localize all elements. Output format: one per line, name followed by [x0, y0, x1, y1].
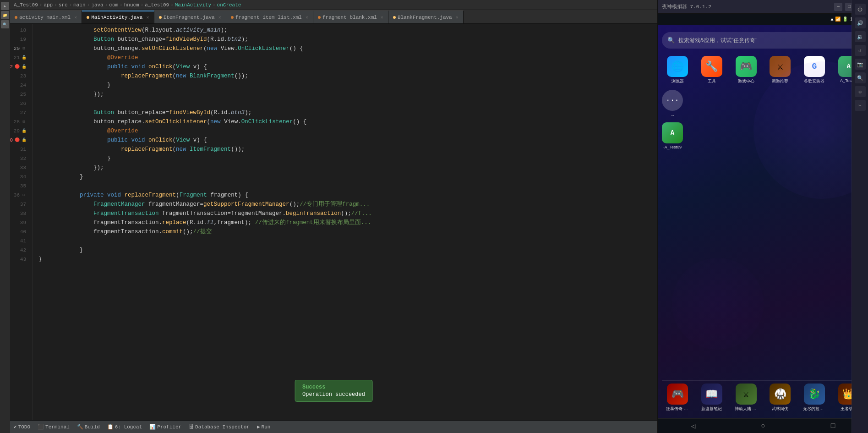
emulator-power-btn[interactable]: ⏻	[855, 14, 866, 15]
dock-app-5-icon: 🐉	[804, 384, 825, 405]
code-line-20: button_change.setOnClickListener(new Vie…	[38, 44, 657, 53]
app-tools-icon: 🔧	[701, 56, 722, 77]
emulator-settings-btn[interactable]: ⚙	[855, 86, 866, 97]
breadcrumb-class: MainActivity	[175, 2, 211, 8]
emulator-screenshot-btn[interactable]: 📷	[855, 59, 866, 70]
code-line-38: FragmentTransaction fragmentTransaction=…	[38, 209, 657, 218]
breadcrumb-text: A_Test09	[14, 2, 38, 8]
app-browser-icon: 🌐	[667, 56, 688, 77]
dock-app-3[interactable]: ⚔️ 神谕大陆·放...	[730, 384, 762, 412]
bottom-todo[interactable]: ✔ TODO	[14, 424, 30, 430]
dock-app-1-icon: 🎮	[667, 384, 688, 405]
android-home-btn[interactable]: ○	[761, 422, 765, 430]
tab-fragment-blank[interactable]: fragment_blank.xml ✕	[313, 11, 388, 23]
emulator-toolbar: 夜神模拟器 7.0.1.2 — □ ✕	[658, 0, 868, 14]
emulator-panel: 夜神模拟器 7.0.1.2 — □ ✕ ▲ 📶 🔋 12:14	[657, 0, 868, 433]
code-line-21: @Override	[38, 53, 657, 62]
code-line-41	[38, 236, 657, 246]
emulator-scissors-btn[interactable]: ✂	[855, 100, 866, 111]
dock-app-4-icon: 🥋	[770, 384, 791, 405]
android-search-text: 搜索游戏&应用，试试"任意传奇"	[678, 37, 758, 44]
emulator-screen: ▲ 📶 🔋 12:14 🔍 搜索游戏&应用，试试"任意传奇" 🎤	[658, 14, 868, 433]
code-line-35	[38, 181, 657, 191]
tab-main-activity[interactable]: MainActivity.java ✕	[82, 11, 154, 23]
dock-app-1-label: 狂暴传奇·微...	[666, 406, 689, 412]
tabs-bar: activity_main.xml ✕ MainActivity.java ✕ …	[10, 10, 657, 24]
android-recents-btn[interactable]: □	[831, 422, 835, 430]
code-line-34: }	[38, 172, 657, 181]
android-nav-bar: ◁ ○ □	[658, 418, 868, 433]
dock-app-3-icon: ⚔️	[736, 384, 757, 405]
app-tools-label: 工具	[708, 78, 716, 84]
app-browser-label: 浏览器	[671, 78, 684, 84]
bottom-terminal[interactable]: ⬛ Terminal	[38, 424, 70, 430]
app-gamecenter-icon: 🎮	[736, 56, 757, 77]
dock-app-4[interactable]: 🥋 武林闵侠	[764, 384, 796, 412]
code-line-26	[38, 99, 657, 108]
code-line-24: }	[38, 81, 657, 90]
app-atest09-icon: A	[662, 122, 683, 143]
code-text[interactable]: setContentView(R.layout.activity_main); …	[33, 24, 657, 420]
breadcrumb: A_Test09 › app › src › main › java › com…	[10, 0, 657, 10]
android-search-icon: 🔍	[667, 37, 675, 44]
code-line-42: }	[38, 246, 657, 255]
code-line-33: });	[38, 163, 657, 172]
android-dock: 🎮 狂暴传奇·微... 📖 新盗墓笔记 ⚔️ 神谕大陆·放... 🥋 武林闵侠	[662, 380, 864, 415]
android-home[interactable]: 🔍 搜索游戏&应用，试试"任意传奇" 🎤 🌐 浏览器 🔧 工具 �	[658, 25, 868, 418]
bottom-logcat[interactable]: 📋 6: Logcat	[107, 424, 142, 430]
code-line-37: FragmentManager fragmentManager=getSuppo…	[38, 200, 657, 209]
code-line-29: @Override	[38, 126, 657, 136]
bottom-build[interactable]: 🔨 Build	[77, 424, 100, 430]
bottom-run[interactable]: ▶ Run	[257, 424, 270, 430]
app-more-label: ...	[671, 112, 674, 117]
dock-app-5[interactable]: 🐉 无尽的拉格...	[799, 384, 830, 412]
android-search-bar[interactable]: 🔍 搜索游戏&应用，试试"任意传奇" 🎤	[662, 32, 864, 49]
emulator-vol-down-btn[interactable]: 🔉	[855, 31, 866, 42]
wifi-icon: ▲	[830, 17, 833, 22]
battery-icon: 🔋	[842, 16, 848, 22]
dock-app-5-label: 无尽的拉格...	[803, 406, 826, 412]
app-gamecenter-label: 游戏中心	[738, 78, 754, 84]
tab-blank-fragment[interactable]: BlankFragment.java ✕	[388, 11, 464, 23]
app-browser[interactable]: 🌐 浏览器	[662, 56, 693, 84]
emulator-rotate-btn[interactable]: ↺	[855, 45, 866, 56]
emulator-zoom-in-btn[interactable]: 🔍	[855, 72, 866, 83]
tab-item-fragment[interactable]: ItemFragment.java ✕	[154, 11, 226, 23]
sidebar-icon-1[interactable]: ▶	[1, 2, 9, 10]
tab-activity-main[interactable]: activity_main.xml ✕	[10, 11, 82, 23]
sidebar-icon-2[interactable]: 📁	[1, 11, 9, 19]
android-status-bar: ▲ 📶 🔋 12:14	[658, 14, 868, 25]
code-line-28: button_replace.setOnClickListener(new Vi…	[38, 117, 657, 126]
code-line-31: replaceFragment(new ItemFragment());	[38, 145, 657, 154]
emulator-vol-up-btn[interactable]: 🔊	[855, 17, 866, 28]
code-editor[interactable]: 18 19 20⊟ 21🔒 22🔴🔒 23 24 25 26 27 28⊟ 29…	[10, 24, 657, 420]
ide-area: A_Test09 › app › src › main › java › com…	[10, 0, 657, 433]
line-numbers: 18 19 20⊟ 21🔒 22🔴🔒 23 24 25 26 27 28⊟ 29…	[10, 24, 33, 420]
code-line-39: fragmentTransaction.replace(R.id.fl,frag…	[38, 218, 657, 227]
bottom-database[interactable]: 🗄 Database Inspector	[189, 424, 250, 430]
tab-fragment-item-list[interactable]: fragment_item_list.xml ✕	[226, 11, 313, 23]
code-line-36: private void replaceFragment(Fragment fr…	[38, 191, 657, 200]
code-line-40: fragmentTransaction.commit();//提交	[38, 227, 657, 236]
code-line-22: public void onClick(View v) {	[38, 62, 657, 71]
breadcrumb-app: app	[44, 2, 53, 8]
code-line-27: Button button_replace=findViewById(R.id.…	[38, 108, 657, 117]
sidebar-icon-3[interactable]: 🔍	[1, 20, 9, 28]
app-gamecenter[interactable]: 🎮 游戏中心	[730, 56, 762, 84]
code-line-18: setContentView(R.layout.activity_main);	[38, 26, 657, 35]
android-back-btn[interactable]: ◁	[691, 422, 696, 431]
app-more-icon: ···	[662, 90, 683, 111]
app-tools[interactable]: 🔧 工具	[696, 56, 728, 84]
app-atest09[interactable]: A ·A_Test09	[662, 122, 683, 149]
dock-app-2[interactable]: 📖 新盗墓笔记	[696, 384, 728, 412]
dock-app-1[interactable]: 🎮 狂暴传奇·微...	[662, 384, 693, 412]
emulator-title: 夜神模拟器 7.0.1.2	[662, 3, 711, 10]
code-line-23: replaceFragment(new BlankFragment());	[38, 71, 657, 81]
code-line-25: });	[38, 90, 657, 99]
emulator-minimize-btn[interactable]: —	[834, 3, 842, 11]
bottom-profiler[interactable]: 📊 Profiler	[149, 424, 181, 430]
app-more[interactable]: ··· ...	[662, 90, 683, 117]
toast-message: Operation succeeded	[302, 391, 365, 398]
code-line-30: public void onClick(View v) {	[38, 136, 657, 145]
bottom-bar: ✔ TODO ⬛ Terminal 🔨 Build 📋 6: Logcat 📊 …	[10, 420, 657, 433]
